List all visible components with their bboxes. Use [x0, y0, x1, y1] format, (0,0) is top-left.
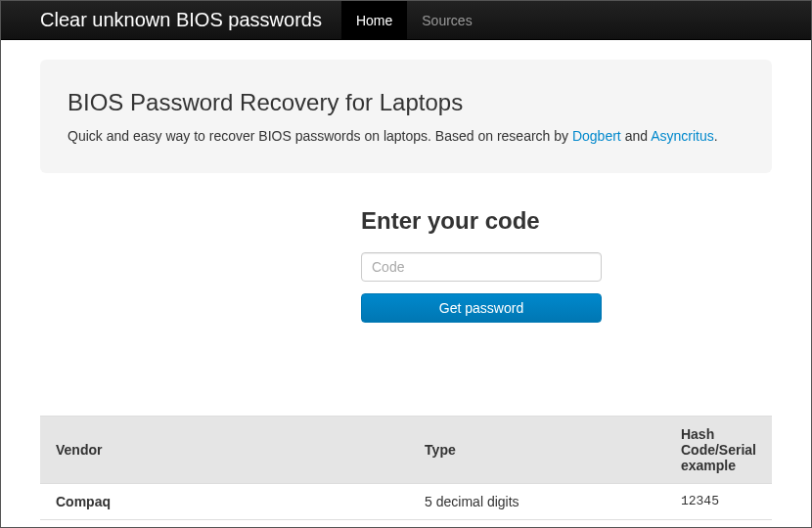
- cell-type: serial number: [409, 520, 665, 529]
- hero-text-mid: and: [621, 128, 651, 144]
- hero-unit: BIOS Password Recovery for Laptops Quick…: [40, 60, 772, 173]
- link-dogbert[interactable]: Dogbert: [572, 128, 621, 144]
- page-title: BIOS Password Recovery for Laptops: [68, 89, 744, 116]
- table-header-row: Vendor Type Hash Code/Serial example: [40, 417, 772, 484]
- cell-type: 5 decimal digits: [409, 484, 665, 520]
- main-container: BIOS Password Recovery for Laptops Quick…: [1, 60, 811, 528]
- th-example: Hash Code/Serial example: [665, 417, 772, 484]
- navbar: Clear unknown BIOS passwords Home Source…: [1, 1, 811, 40]
- cell-example: 1234567-595B 1234567-D35B: [665, 520, 772, 529]
- brand-title[interactable]: Clear unknown BIOS passwords: [40, 9, 322, 31]
- code-form: Enter your code Get password: [361, 207, 602, 323]
- hero-text-suffix: .: [714, 128, 718, 144]
- th-type: Type: [409, 417, 665, 484]
- cell-example: 12345: [665, 484, 772, 520]
- nav-sources[interactable]: Sources: [407, 1, 486, 40]
- cell-vendor: Dell: [40, 520, 409, 529]
- table-row: Compaq 5 decimal digits 12345: [40, 484, 772, 520]
- get-password-button[interactable]: Get password: [361, 293, 602, 323]
- hero-lead: Quick and easy way to recover BIOS passw…: [68, 128, 744, 144]
- vendor-table: Vendor Type Hash Code/Serial example Com…: [40, 416, 772, 528]
- form-heading: Enter your code: [361, 207, 602, 235]
- nav-home[interactable]: Home: [341, 1, 407, 40]
- cell-vendor: Compaq: [40, 484, 409, 520]
- code-input[interactable]: [361, 252, 602, 282]
- hero-text-prefix: Quick and easy way to recover BIOS passw…: [68, 128, 572, 144]
- th-vendor: Vendor: [40, 417, 409, 484]
- table-row: Dell serial number 1234567-595B 1234567-…: [40, 520, 772, 529]
- link-asyncritus[interactable]: Asyncritus: [651, 128, 714, 144]
